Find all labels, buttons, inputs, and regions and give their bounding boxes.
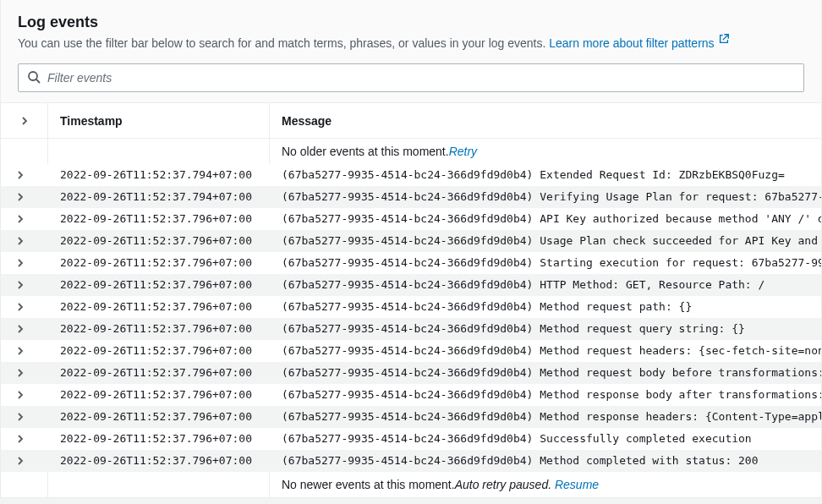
expand-row-toggle[interactable] [1, 164, 48, 185]
message-cell: (67ba5277-9935-4514-bc24-366d9fd9d0b4) M… [270, 450, 821, 471]
chevron-right-icon [16, 347, 25, 355]
chevron-right-icon [20, 117, 29, 125]
message-cell: (67ba5277-9935-4514-bc24-366d9fd9d0b4) M… [270, 362, 821, 383]
timestamp-cell: 2022-09-26T11:52:37.796+07:00 [48, 252, 270, 273]
message-cell: (67ba5277-9935-4514-bc24-366d9fd9d0b4) S… [270, 428, 821, 449]
auto-retry-paused-text: Auto retry paused. [455, 478, 551, 491]
timestamp-cell: 2022-09-26T11:52:37.796+07:00 [48, 362, 270, 383]
timestamp-cell: 2022-09-26T11:52:37.796+07:00 [48, 406, 270, 427]
table-row: 2022-09-26T11:52:37.796+07:00(67ba5277-9… [1, 340, 821, 362]
table-row: 2022-09-26T11:52:37.794+07:00(67ba5277-9… [1, 186, 821, 208]
message-cell: (67ba5277-9935-4514-bc24-366d9fd9d0b4) V… [270, 186, 821, 207]
chevron-right-icon [16, 259, 25, 267]
table-row: 2022-09-26T11:52:37.796+07:00(67ba5277-9… [1, 428, 821, 450]
expand-row-toggle[interactable] [1, 208, 48, 229]
message-cell: (67ba5277-9935-4514-bc24-366d9fd9d0b4) S… [270, 252, 821, 273]
timestamp-cell: 2022-09-26T11:52:37.794+07:00 [48, 164, 270, 185]
timestamp-cell: 2022-09-26T11:52:37.796+07:00 [48, 274, 270, 295]
expand-row-toggle[interactable] [1, 428, 48, 449]
resume-link[interactable]: Resume [555, 478, 599, 491]
table-row: 2022-09-26T11:52:37.796+07:00(67ba5277-9… [1, 384, 821, 406]
learn-more-link[interactable]: Learn more about filter patterns [549, 36, 729, 50]
chevron-right-icon [16, 457, 25, 465]
table-row: 2022-09-26T11:52:37.796+07:00(67ba5277-9… [1, 252, 821, 274]
search-box[interactable] [18, 63, 804, 92]
expand-row-toggle[interactable] [1, 406, 48, 427]
table-row: 2022-09-26T11:52:37.796+07:00(67ba5277-9… [1, 274, 821, 296]
timestamp-cell: 2022-09-26T11:52:37.796+07:00 [48, 208, 270, 229]
search-icon [27, 70, 41, 86]
table-row: 2022-09-26T11:52:37.796+07:00(67ba5277-9… [1, 362, 821, 384]
no-newer-events-row: No newer events at this moment. Auto ret… [1, 472, 821, 497]
expand-row-toggle[interactable] [1, 384, 48, 405]
expand-all-toggle[interactable] [1, 103, 48, 138]
retry-link[interactable]: Retry [449, 145, 477, 158]
message-cell: (67ba5277-9935-4514-bc24-366d9fd9d0b4) M… [270, 318, 821, 339]
table-row: 2022-09-26T11:52:37.796+07:00(67ba5277-9… [1, 318, 821, 340]
timestamp-cell: 2022-09-26T11:52:37.796+07:00 [48, 428, 270, 449]
message-cell: (67ba5277-9935-4514-bc24-366d9fd9d0b4) M… [270, 384, 821, 405]
no-newer-text: No newer events at this moment. [282, 478, 455, 491]
chevron-right-icon [16, 171, 25, 179]
chevron-right-icon [16, 435, 25, 443]
table-row: 2022-09-26T11:52:37.796+07:00(67ba5277-9… [1, 208, 821, 230]
header-section: Log events You can use the filter bar be… [1, 0, 821, 103]
chevron-right-icon [16, 413, 25, 421]
chevron-right-icon [16, 281, 25, 289]
no-older-events-row: No older events at this moment. Retry [1, 139, 821, 164]
chevron-right-icon [16, 369, 25, 377]
expand-row-toggle[interactable] [1, 340, 48, 361]
table-row: 2022-09-26T11:52:37.794+07:00(67ba5277-9… [1, 164, 821, 186]
header-message[interactable]: Message [270, 103, 821, 138]
timestamp-cell: 2022-09-26T11:52:37.796+07:00 [48, 230, 270, 251]
chevron-right-icon [16, 391, 25, 399]
message-cell: (67ba5277-9935-4514-bc24-366d9fd9d0b4) H… [270, 274, 821, 295]
table-row: 2022-09-26T11:52:37.796+07:00(67ba5277-9… [1, 230, 821, 252]
chevron-right-icon [16, 237, 25, 245]
timestamp-cell: 2022-09-26T11:52:37.796+07:00 [48, 450, 270, 471]
message-cell: (67ba5277-9935-4514-bc24-366d9fd9d0b4) M… [270, 296, 821, 317]
expand-row-toggle[interactable] [1, 362, 48, 383]
timestamp-cell: 2022-09-26T11:52:37.794+07:00 [48, 186, 270, 207]
expand-row-toggle[interactable] [1, 252, 48, 273]
table-row: 2022-09-26T11:52:37.796+07:00(67ba5277-9… [1, 450, 821, 472]
expand-row-toggle[interactable] [1, 296, 48, 317]
expand-row-toggle[interactable] [1, 230, 48, 251]
timestamp-cell: 2022-09-26T11:52:37.796+07:00 [48, 340, 270, 361]
search-input[interactable] [47, 71, 795, 85]
page-title: Log events [18, 14, 804, 31]
expand-row-toggle[interactable] [1, 450, 48, 471]
timestamp-cell: 2022-09-26T11:52:37.796+07:00 [48, 318, 270, 339]
message-cell: (67ba5277-9935-4514-bc24-366d9fd9d0b4) M… [270, 340, 821, 361]
table-row: 2022-09-26T11:52:37.796+07:00(67ba5277-9… [1, 406, 821, 428]
chevron-right-icon [16, 325, 25, 333]
table-header: Timestamp Message [1, 103, 821, 139]
subtitle-text: You can use the filter bar below to sear… [18, 36, 549, 50]
expand-row-toggle[interactable] [1, 318, 48, 339]
message-cell: (67ba5277-9935-4514-bc24-366d9fd9d0b4) M… [270, 406, 821, 427]
chevron-right-icon [16, 193, 25, 201]
table-row: 2022-09-26T11:52:37.796+07:00(67ba5277-9… [1, 296, 821, 318]
message-cell: (67ba5277-9935-4514-bc24-366d9fd9d0b4) A… [270, 208, 821, 229]
search-wrapper [18, 63, 804, 92]
expand-row-toggle[interactable] [1, 186, 48, 207]
page-subtitle: You can use the filter bar below to sear… [18, 33, 804, 52]
message-cell: (67ba5277-9935-4514-bc24-366d9fd9d0b4) U… [270, 230, 821, 251]
message-cell: (67ba5277-9935-4514-bc24-366d9fd9d0b4) E… [270, 164, 821, 185]
timestamp-cell: 2022-09-26T11:52:37.796+07:00 [48, 384, 270, 405]
no-older-text: No older events at this moment. [282, 145, 449, 158]
external-link-icon [718, 33, 730, 50]
chevron-right-icon [16, 215, 25, 223]
chevron-right-icon [16, 303, 25, 311]
timestamp-cell: 2022-09-26T11:52:37.796+07:00 [48, 296, 270, 317]
header-timestamp[interactable]: Timestamp [48, 103, 270, 138]
log-table: Timestamp Message No older events at thi… [1, 103, 821, 497]
expand-row-toggle[interactable] [1, 274, 48, 295]
